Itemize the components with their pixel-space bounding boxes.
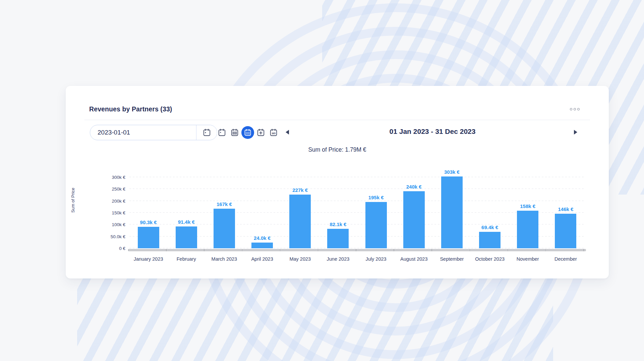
bar-column: 90.3k €January 2023	[129, 219, 167, 248]
calendar-month-icon	[244, 128, 252, 137]
calendar-add-icon	[256, 128, 265, 137]
card-title: Revenues by Partners (33)	[89, 105, 172, 113]
dot-icon	[570, 108, 572, 110]
dot-icon	[577, 108, 580, 110]
date-range-label: 01 Jan 2023 - 31 Dec 2023	[320, 127, 544, 136]
x-axis-label: January 2023	[129, 256, 167, 262]
bar-column: 82.1k €June 2023	[319, 221, 357, 248]
bar[interactable]	[479, 232, 501, 248]
next-period-button[interactable]	[571, 127, 581, 138]
bar[interactable]	[251, 243, 273, 248]
bar-column: 158k €November	[509, 203, 547, 248]
bar-value-label: 303k €	[444, 169, 460, 175]
x-axis-label: February	[167, 256, 205, 262]
y-axis-tick-label: 100k €	[85, 222, 125, 227]
y-axis-tick-label: 250k €	[85, 187, 125, 192]
bar-column: 167k €March 2023	[205, 201, 243, 248]
bar[interactable]	[327, 229, 349, 248]
bar-value-label: 195k €	[368, 195, 384, 200]
more-options-button[interactable]	[569, 107, 581, 112]
calendar-year-365-icon: 365	[269, 128, 278, 137]
x-axis-label: December	[547, 256, 585, 262]
calendar-week-icon	[230, 128, 239, 137]
svg-text:365: 365	[272, 132, 276, 135]
bar-column: 91.4k €February	[167, 219, 205, 248]
y-axis-tick-label: 50.0k €	[85, 234, 125, 239]
bar[interactable]	[555, 214, 576, 248]
bar-column: 195k €July 2023	[357, 195, 395, 248]
bar[interactable]	[289, 195, 311, 248]
bar[interactable]	[403, 191, 425, 248]
bar[interactable]	[365, 202, 387, 248]
x-axis-scrollbar[interactable]	[128, 249, 586, 251]
bar-value-label: 158k €	[520, 203, 535, 209]
chart-toolbar: 365 01 Jan 2023 - 31 Dec 2023	[66, 125, 609, 140]
bar-column: 227k €May 2023	[281, 187, 319, 248]
x-axis-label: October 2023	[471, 256, 509, 262]
calendar-day-icon	[218, 128, 226, 137]
y-axis-tick-label: 150k €	[85, 210, 125, 215]
revenues-by-partners-card: Revenues by Partners (33)	[66, 86, 609, 278]
view-month-button[interactable]	[241, 126, 254, 139]
x-axis-label: September	[433, 256, 471, 262]
header-divider	[84, 120, 590, 120]
bar-value-label: 167k €	[217, 201, 232, 207]
view-day-button[interactable]	[216, 126, 228, 139]
y-axis-tick-label: 200k €	[85, 198, 125, 203]
bar[interactable]	[138, 227, 159, 248]
bar-value-label: 146k €	[558, 206, 573, 212]
x-axis-label: June 2023	[319, 256, 357, 262]
x-axis-label: August 2023	[395, 256, 433, 262]
x-axis-label: July 2023	[357, 256, 395, 262]
view-week-button[interactable]	[229, 126, 241, 139]
bar[interactable]	[214, 209, 235, 248]
bar-value-label: 91.4k €	[178, 219, 195, 225]
y-axis-title: Sum of Price	[70, 172, 76, 229]
triangle-right-icon	[574, 130, 577, 135]
bar-column: 240k €August 2023	[395, 184, 433, 248]
dot-icon	[574, 108, 576, 110]
bar[interactable]	[176, 226, 197, 248]
bar-value-label: 90.3k €	[140, 219, 157, 225]
view-switcher: 365	[216, 126, 280, 139]
revenue-bar-chart: Sum of Price 0 €50.0k €100k €150k €200k …	[129, 166, 585, 248]
x-axis-label: March 2023	[205, 256, 243, 262]
bar-value-label: 240k €	[406, 184, 422, 190]
y-axis-tick-label: 300k €	[85, 175, 125, 180]
bar-column: 146k €December	[547, 206, 585, 248]
view-custom-button[interactable]	[255, 126, 267, 139]
gridline	[129, 177, 585, 177]
bar-value-label: 24.0k €	[254, 235, 271, 241]
date-picker-button[interactable]	[196, 125, 217, 140]
prev-period-button[interactable]	[282, 127, 292, 138]
bar-column: 69.4k €October 2023	[471, 224, 509, 248]
x-axis-label: April 2023	[243, 256, 281, 262]
x-axis-label: November	[509, 256, 547, 262]
bar-value-label: 82.1k €	[330, 221, 346, 227]
view-year-button[interactable]: 365	[268, 126, 280, 139]
chart-summary: Sum of Price: 1.79M €	[84, 146, 590, 153]
bar-column: 24.0k €April 2023	[243, 235, 281, 248]
calendar-icon	[202, 128, 211, 137]
bar-value-label: 69.4k €	[481, 224, 498, 230]
bar-column: 303k €September	[433, 169, 471, 248]
gridline	[129, 189, 585, 189]
triangle-left-icon	[286, 130, 289, 135]
bar-value-label: 227k €	[292, 187, 308, 193]
date-input-group	[90, 125, 217, 140]
bar[interactable]	[441, 176, 463, 248]
x-axis-label: May 2023	[281, 256, 319, 262]
date-input[interactable]	[90, 125, 196, 140]
bar[interactable]	[517, 211, 538, 248]
y-axis-tick-label: 0 €	[85, 246, 125, 251]
